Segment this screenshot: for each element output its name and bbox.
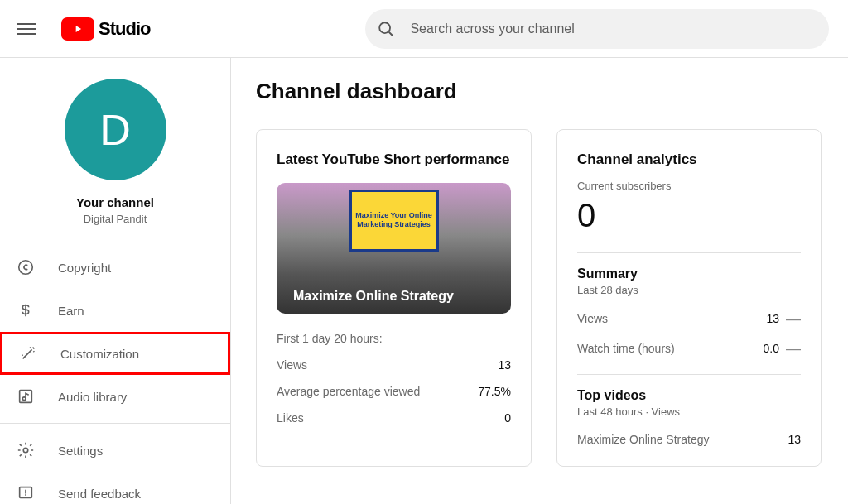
summary-title: Summary	[577, 266, 801, 281]
svg-line-1	[389, 31, 393, 36]
trend-indicator: —	[786, 341, 801, 356]
first-period-label: First 1 day 20 hours:	[277, 332, 511, 345]
sidebar-item-label: Settings	[58, 444, 103, 458]
stat-value: 77.5%	[478, 385, 511, 398]
studio-logo[interactable]: Studio	[61, 17, 150, 41]
sidebar-item-audio-library[interactable]: Audio library	[0, 375, 230, 418]
stat-label: Likes	[277, 411, 304, 425]
card-title: Latest YouTube Short performance	[277, 150, 511, 170]
page-title: Channel dashboard	[256, 79, 823, 104]
analytics-row: Watch time (hours) 0.0 —	[577, 341, 801, 356]
search-bar[interactable]	[365, 9, 829, 49]
search-icon	[377, 20, 395, 38]
analytics-row: Views 13 —	[577, 311, 801, 326]
sidebar: D Your channel Digital Pandit Copyright …	[0, 58, 231, 504]
analytics-label: Watch time (hours)	[577, 342, 675, 355]
stat-row: Likes 0	[277, 411, 511, 425]
video-thumbnail[interactable]: Maximize Your Online Marketing Strategie…	[277, 183, 511, 314]
svg-point-5	[23, 448, 28, 453]
sidebar-item-customization[interactable]: Customization	[0, 332, 230, 375]
sidebar-item-copyright[interactable]: Copyright	[0, 246, 230, 289]
stat-value: 13	[498, 358, 511, 372]
dollar-icon	[17, 301, 35, 319]
top-video-label: Maximize Online Strategy	[577, 433, 710, 446]
trend-indicator: —	[786, 311, 801, 326]
sidebar-item-label: Send feedback	[58, 487, 141, 501]
stat-label: Average percentage viewed	[277, 385, 420, 398]
analytics-label: Views	[577, 312, 608, 325]
svg-point-0	[380, 22, 391, 33]
sidebar-item-label: Audio library	[58, 390, 127, 404]
search-input[interactable]	[410, 22, 817, 36]
subscribers-label: Current subscribers	[577, 180, 801, 192]
channel-label: Your channel	[76, 195, 154, 209]
copyright-icon	[17, 258, 35, 276]
channel-analytics-card: Channel analytics Current subscribers 0 …	[556, 129, 822, 467]
content: Channel dashboard Latest YouTube Short p…	[231, 58, 848, 504]
sidebar-item-earn[interactable]: Earn	[0, 289, 230, 332]
svg-point-2	[19, 261, 33, 275]
analytics-value: 13	[766, 312, 779, 325]
sidebar-item-settings[interactable]: Settings	[0, 429, 230, 472]
sidebar-item-label: Customization	[60, 347, 139, 361]
avatar[interactable]: D	[65, 79, 166, 180]
video-title-overlay: Maximize Online Strategy	[277, 279, 470, 314]
gear-icon	[17, 441, 35, 459]
card-title: Channel analytics	[577, 150, 801, 170]
stat-row: Average percentage viewed 77.5%	[277, 385, 511, 398]
channel-info: D Your channel Digital Pandit	[0, 58, 230, 238]
latest-short-card: Latest YouTube Short performance Maximiz…	[256, 129, 532, 467]
header: Studio	[0, 0, 848, 58]
top-videos-subtitle: Last 48 hours · Views	[577, 406, 801, 418]
youtube-play-icon	[61, 17, 94, 41]
sidebar-item-feedback[interactable]: Send feedback	[0, 472, 230, 504]
sidebar-item-label: Copyright	[58, 261, 111, 275]
stat-label: Views	[277, 358, 307, 372]
top-video-row[interactable]: Maximize Online Strategy 13	[577, 433, 801, 446]
subscribers-count: 0	[577, 197, 801, 234]
stat-row: Views 13	[277, 358, 511, 372]
channel-name: Digital Pandit	[84, 213, 147, 225]
stat-value: 0	[504, 411, 511, 425]
wand-icon	[19, 344, 37, 362]
top-videos-title: Top videos	[577, 388, 801, 403]
analytics-value: 0.0	[764, 342, 779, 355]
hamburger-menu-icon[interactable]	[17, 19, 36, 39]
thumbnail-text: Maximize Your Online Marketing Strategie…	[349, 190, 439, 252]
feedback-icon	[17, 484, 35, 502]
summary-subtitle: Last 28 days	[577, 284, 801, 296]
sidebar-item-label: Earn	[58, 304, 84, 318]
music-icon	[17, 387, 35, 406]
top-video-value: 13	[788, 433, 801, 446]
logo-text: Studio	[99, 18, 150, 40]
